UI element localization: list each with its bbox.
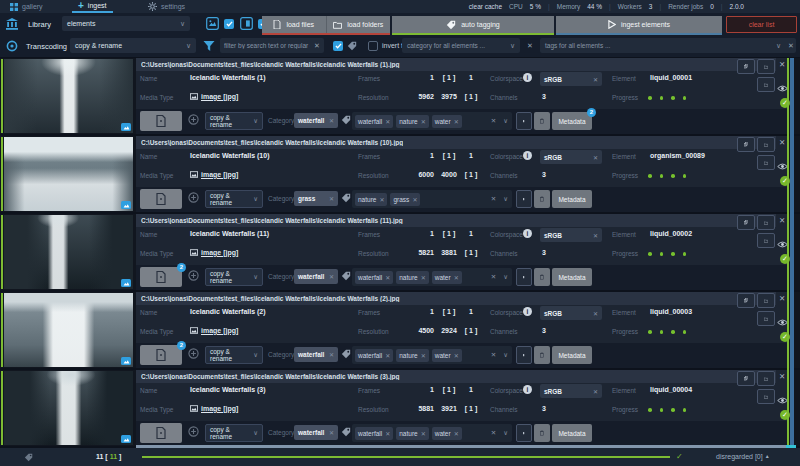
category-chip[interactable]: waterfall ✕ (294, 425, 338, 440)
copy-settings-button[interactable] (516, 346, 532, 364)
remove-tag-icon[interactable]: ✕ (412, 196, 417, 203)
remove-category-icon[interactable]: ✕ (329, 429, 334, 436)
remove-category-icon[interactable]: ✕ (329, 195, 334, 202)
remove-entry-icon[interactable]: ✕ (779, 217, 785, 225)
load-files-button[interactable]: load files (262, 16, 326, 33)
tag-chip[interactable]: waterfall✕ (355, 427, 393, 440)
image-preview-icon[interactable] (206, 17, 219, 30)
info-icon[interactable]: i (523, 229, 532, 238)
category-chip[interactable]: waterfall ✕ (294, 269, 338, 284)
remove-tag-icon[interactable]: ✕ (454, 352, 459, 359)
remove-colorspace-icon[interactable]: ✕ (593, 388, 598, 395)
colorspace-chip[interactable]: sRGB ✕ (540, 384, 602, 398)
transcode-options-icon[interactable] (188, 270, 199, 281)
load-folders-button[interactable]: load folders (327, 16, 391, 33)
copy-settings-button[interactable] (516, 424, 532, 442)
tag-chip[interactable]: nature✕ (396, 427, 428, 440)
remove-colorspace-icon[interactable]: ✕ (593, 154, 598, 161)
media-type-link[interactable]: image [jpg] (190, 327, 238, 334)
transcode-mode-dropdown[interactable]: copy & rename ∨ (205, 346, 263, 364)
tag-chip[interactable]: nature✕ (396, 349, 428, 362)
colorspace-chip[interactable]: sRGB ✕ (540, 150, 602, 164)
transcode-options-icon[interactable] (188, 192, 199, 203)
chevron-down-icon[interactable]: ∨ (503, 273, 508, 281)
scrollbar[interactable] (790, 58, 794, 446)
clear-tags-icon[interactable]: ✕ (788, 42, 794, 49)
transcode-options-icon[interactable] (188, 426, 199, 437)
open-target-folder-button[interactable] (757, 233, 775, 248)
mask-preview-icon[interactable] (240, 17, 253, 30)
category-chip[interactable]: waterfall ✕ (294, 113, 338, 128)
remove-entry-icon[interactable]: ✕ (779, 295, 785, 303)
remove-category-icon[interactable]: ✕ (329, 351, 334, 358)
remove-tag-icon[interactable]: ✕ (385, 352, 390, 359)
metadata-button[interactable]: Metadata (552, 424, 592, 442)
colorspace-chip[interactable]: sRGB ✕ (540, 306, 602, 320)
remove-tag-icon[interactable]: ✕ (421, 430, 426, 437)
tag-chip[interactable]: nature✕ (396, 115, 428, 128)
library-dropdown[interactable]: elements ∨ (62, 16, 190, 31)
thumbnail[interactable] (4, 59, 133, 133)
clear-category-icon[interactable]: ✕ (527, 42, 533, 49)
metadata-button[interactable]: Metadata (552, 268, 592, 286)
invert-filter-checkbox[interactable] (368, 41, 378, 51)
thumbnail[interactable] (4, 371, 133, 445)
metadata-button[interactable]: Metadata (552, 190, 592, 208)
transcoding-dropdown[interactable]: copy & rename ∨ (70, 38, 196, 53)
remove-tag-icon[interactable]: ✕ (454, 430, 459, 437)
open-source-folder-button[interactable] (757, 59, 775, 74)
tab-settings[interactable]: settings (148, 0, 185, 13)
remove-category-icon[interactable]: ✕ (329, 273, 334, 280)
transcode-mode-dropdown[interactable]: copy & rename ∨ (205, 190, 263, 208)
media-type-link[interactable]: image [jpg] (190, 171, 238, 178)
remove-colorspace-icon[interactable]: ✕ (593, 76, 598, 83)
thumbnail[interactable] (4, 137, 133, 211)
tab-ingest[interactable]: + ingest (72, 0, 113, 13)
remove-tag-icon[interactable]: ✕ (385, 118, 390, 125)
remove-tag-icon[interactable]: ✕ (421, 352, 426, 359)
paste-settings-button[interactable] (534, 190, 550, 208)
tags-field[interactable]: waterfall✕nature✕water✕ ✕ ∨ (352, 112, 512, 130)
auto-tagging-button[interactable]: auto tagging (392, 16, 554, 33)
file-preview-button[interactable]: 2 (140, 345, 182, 365)
remove-tag-icon[interactable]: ✕ (379, 196, 384, 203)
tag-chip[interactable]: nature✕ (355, 193, 387, 206)
clear-tags-icon[interactable]: ✕ (491, 273, 496, 281)
copy-settings-button[interactable] (516, 268, 532, 286)
file-preview-button[interactable] (140, 111, 182, 131)
remove-tag-icon[interactable]: ✕ (385, 430, 390, 437)
chevron-down-icon[interactable]: ∨ (503, 429, 508, 437)
open-source-folder-button[interactable] (757, 137, 775, 152)
tags-field[interactable]: waterfall✕nature✕water✕ ✕ ∨ (352, 268, 512, 286)
info-icon[interactable]: i (523, 307, 532, 316)
clear-cache-button[interactable]: clear cache (469, 3, 502, 10)
tags-field[interactable]: nature✕grass✕ ✕ ∨ (352, 190, 512, 208)
clear-tags-icon[interactable]: ✕ (491, 117, 496, 125)
colorspace-chip[interactable]: sRGB ✕ (540, 228, 602, 242)
remove-category-icon[interactable]: ✕ (329, 117, 334, 124)
duplicate-entry-button[interactable] (737, 59, 755, 74)
metadata-button[interactable]: Metadata 2 (552, 112, 592, 130)
transcode-options-icon[interactable] (188, 114, 199, 125)
duplicate-entry-button[interactable] (737, 371, 755, 386)
thumbnail[interactable] (4, 215, 133, 289)
tab-gallery[interactable]: gallery (10, 0, 43, 13)
tag-filter-checkbox[interactable] (333, 41, 343, 51)
thumbnail[interactable] (4, 293, 133, 367)
transcode-mode-dropdown[interactable]: copy & rename ∨ (205, 268, 263, 286)
transcode-mode-dropdown[interactable]: copy & rename ∨ (205, 424, 263, 442)
media-type-link[interactable]: image [jpg] (190, 405, 238, 412)
info-icon[interactable]: i (523, 73, 532, 82)
open-source-folder-button[interactable] (757, 371, 775, 386)
clear-tags-icon[interactable]: ✕ (491, 351, 496, 359)
tags-all-input[interactable]: tags for all elements ... ∨ (540, 38, 796, 53)
clear-search-icon[interactable]: ✕ (314, 42, 320, 49)
copy-settings-button[interactable] (516, 112, 532, 130)
file-preview-button[interactable] (140, 189, 182, 209)
remove-entry-icon[interactable]: ✕ (779, 61, 785, 69)
colorspace-chip[interactable]: sRGB ✕ (540, 72, 602, 86)
duplicate-entry-button[interactable] (737, 215, 755, 230)
chevron-down-icon[interactable]: ∨ (503, 117, 508, 125)
tags-field[interactable]: waterfall✕nature✕water✕ ✕ ∨ (352, 346, 512, 364)
tag-chip[interactable]: water✕ (432, 349, 462, 362)
